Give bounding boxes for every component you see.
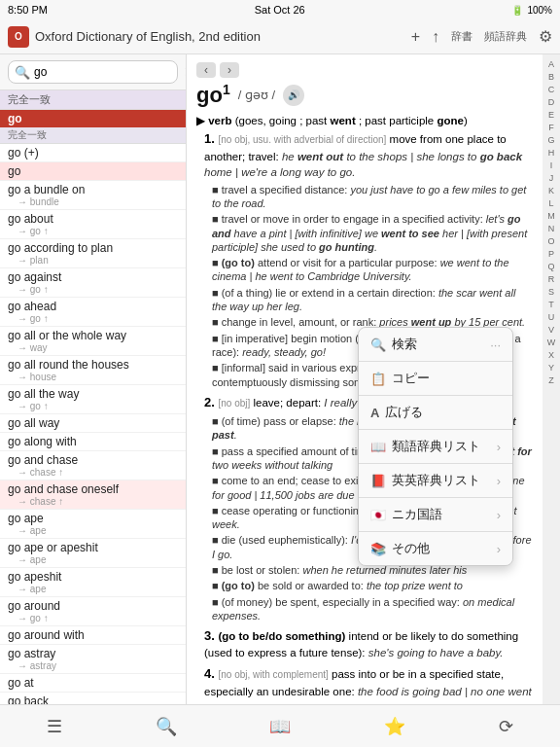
alpha-L[interactable]: L — [548, 197, 553, 209]
list-item[interactable]: go all way — [0, 414, 186, 433]
word-main: go — [8, 164, 178, 178]
alpha-X[interactable]: X — [548, 349, 554, 361]
status-time: 8:50 PM — [8, 4, 48, 16]
context-menu-other[interactable]: 📚 その他 › — [359, 532, 512, 565]
main-content: 🔍 ✕ 完全一致 go 完全一致 go (+) go go a bundle o… — [0, 54, 560, 704]
toolbar-star-button[interactable]: ⭐ — [384, 716, 405, 737]
list-item[interactable]: go a bundle on bundle — [0, 181, 186, 210]
def-num: 3. — [204, 628, 218, 643]
alpha-K[interactable]: K — [548, 185, 554, 196]
alpha-Q[interactable]: Q — [547, 261, 554, 272]
dict-icon[interactable]: 辞書 — [451, 29, 472, 44]
list-item[interactable]: go all round the houses house — [0, 356, 186, 385]
alpha-N[interactable]: N — [548, 223, 555, 234]
alpha-F[interactable]: F — [548, 122, 554, 133]
pos-label: ▶ verb (goes, going ; past went ; past p… — [196, 114, 533, 127]
list-item[interactable]: go all or the whole way way — [0, 327, 186, 356]
def-tag: [no obj, usu. with adverbial of directio… — [218, 134, 386, 145]
context-search-icon: 🔍 — [370, 338, 386, 352]
list-item[interactable]: go ape ape — [0, 510, 186, 539]
alpha-Z[interactable]: Z — [548, 374, 554, 386]
word-main: go all or the whole way — [8, 329, 178, 342]
alpha-D[interactable]: D — [548, 96, 555, 108]
context-other-icon: 📚 — [370, 542, 386, 556]
add-icon[interactable]: + — [411, 28, 420, 46]
list-item[interactable]: go against go ↑ — [0, 268, 186, 298]
book-icon: 📖 — [269, 716, 291, 737]
word-sub: go ↑ — [8, 313, 178, 324]
list-item[interactable]: go and chase chase ↑ — [0, 451, 186, 480]
alpha-G[interactable]: G — [547, 134, 554, 146]
search-bar: 🔍 ✕ — [0, 54, 186, 90]
alpha-H[interactable]: H — [548, 147, 555, 159]
list-item[interactable]: go at — [0, 674, 186, 693]
word-phonetic: / ɡəʊ / — [238, 88, 275, 102]
context-thesaurus-label: 類語辞典リスト — [392, 438, 497, 455]
list-item[interactable]: go along with — [0, 433, 186, 451]
alpha-I[interactable]: I — [550, 160, 553, 171]
alpha-O[interactable]: O — [547, 235, 554, 247]
alpha-Y[interactable]: Y — [548, 362, 554, 374]
settings-icon[interactable]: ⚙ — [539, 27, 552, 46]
context-menu-expand[interactable]: A 広げる — [359, 396, 512, 430]
list-item[interactable]: go around with — [0, 626, 186, 645]
sidebar: 🔍 ✕ 完全一致 go 完全一致 go (+) go go a bundle o… — [0, 54, 187, 704]
context-english-icon: 📕 — [370, 474, 386, 488]
alpha-R[interactable]: R — [548, 273, 555, 285]
audio-button[interactable]: 🔊 — [283, 85, 304, 106]
context-menu-bilingual[interactable]: 🇯🇵 ニカ国語 › — [359, 498, 512, 532]
alpha-V[interactable]: V — [548, 324, 554, 336]
def-tag: [no obj, with complement] — [218, 669, 328, 680]
list-item[interactable]: go around go ↑ — [0, 597, 186, 626]
context-menu-search[interactable]: 🔍 検索 ··· — [359, 328, 512, 362]
alpha-C[interactable]: C — [548, 84, 555, 95]
list-item[interactable]: go all the way go ↑ — [0, 385, 186, 414]
alpha-M[interactable]: M — [547, 210, 555, 222]
context-menu-english[interactable]: 📕 英英辞典リスト › — [359, 464, 512, 498]
def-sub: ■ travel or move in order to engage in a… — [212, 212, 533, 254]
word-sub: go ↑ — [8, 284, 178, 295]
app-logo: O — [8, 26, 29, 48]
list-item[interactable]: go and chase oneself chase ↑ — [0, 480, 186, 510]
context-menu-thesaurus[interactable]: 📖 類語辞典リスト › — [359, 430, 512, 464]
alpha-P[interactable]: P — [548, 248, 554, 260]
list-item[interactable]: go about go ↑ — [0, 210, 186, 239]
list-item[interactable]: go — [0, 162, 186, 181]
context-search-dots: ··· — [490, 338, 501, 352]
context-bilingual-label: ニカ国語 — [392, 506, 497, 523]
alpha-E[interactable]: E — [548, 109, 554, 121]
freq-icon[interactable]: 頻語辞典 — [484, 29, 527, 44]
list-item[interactable]: go astray astray — [0, 645, 186, 674]
def-sub: ■ (of a thing) lie or extend in a certai… — [212, 286, 533, 314]
alpha-B[interactable]: B — [548, 71, 554, 83]
toolbar-refresh-button[interactable]: ⟳ — [499, 716, 513, 737]
prev-arrow[interactable]: ‹ — [196, 62, 216, 78]
context-bilingual-icon: 🇯🇵 — [370, 508, 386, 522]
definition-section-4: 4. [no obj, with complement] pass into o… — [196, 665, 533, 704]
list-item[interactable]: go ahead go ↑ — [0, 298, 186, 327]
toolbar-menu-button[interactable]: ☰ — [47, 716, 62, 737]
context-english-arrow: › — [497, 474, 501, 488]
alpha-A[interactable]: A — [548, 58, 554, 70]
toolbar-search-button[interactable]: 🔍 — [156, 716, 177, 737]
alpha-S[interactable]: S — [548, 286, 554, 298]
list-item[interactable]: go apeshit ape — [0, 568, 186, 597]
list-item[interactable]: go (+) — [0, 144, 186, 162]
search-input[interactable] — [34, 65, 180, 79]
word-sub: go ↑ — [8, 401, 178, 411]
word-sub: way — [8, 342, 178, 353]
list-item[interactable]: go according to plan plan — [0, 239, 186, 268]
context-menu-copy[interactable]: 📋 コピー — [359, 362, 512, 396]
alpha-T[interactable]: T — [548, 299, 554, 310]
alpha-U[interactable]: U — [548, 311, 555, 323]
list-item[interactable]: go back go ↑ — [0, 693, 186, 704]
context-expand-label: 広げる — [385, 404, 501, 421]
next-arrow[interactable]: › — [220, 62, 239, 78]
ote-entry[interactable]: go — [0, 110, 186, 127]
context-expand-icon: A — [370, 406, 379, 420]
alpha-J[interactable]: J — [549, 172, 554, 184]
alpha-W[interactable]: W — [547, 337, 556, 348]
list-item[interactable]: go ape or apeshit ape — [0, 539, 186, 568]
share-icon[interactable]: ↑ — [432, 28, 439, 46]
toolbar-book-button[interactable]: 📖 — [269, 716, 291, 737]
